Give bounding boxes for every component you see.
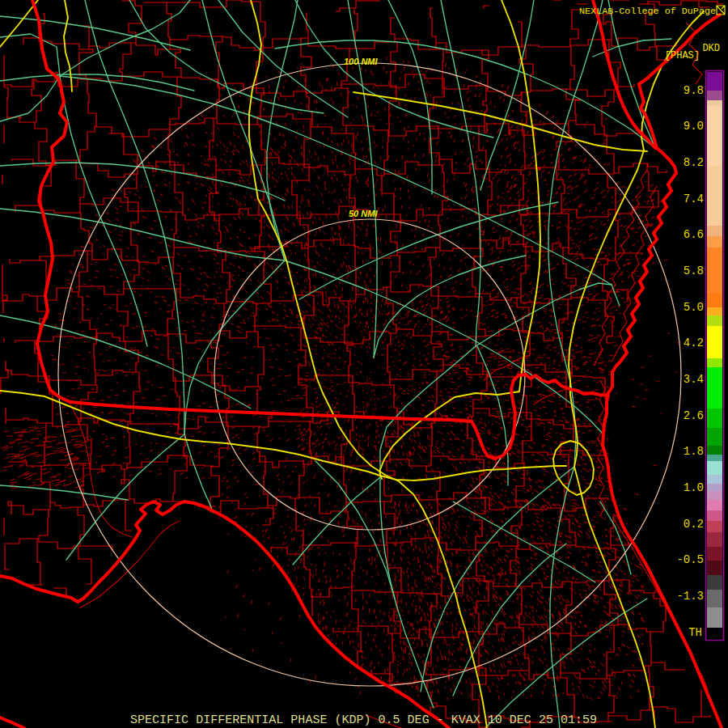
svg-text:2.6: 2.6 [684,409,704,422]
svg-text:DKD: DKD [702,43,720,54]
svg-text:1.8: 1.8 [684,445,704,458]
svg-text:-0.5: -0.5 [676,553,704,566]
svg-text:4.2: 4.2 [684,336,704,349]
svg-text:[PHAS]: [PHAS] [665,50,700,61]
svg-text:TH: TH [688,626,702,639]
svg-text:7.4: 7.4 [684,193,704,205]
svg-text:0.2: 0.2 [684,518,704,531]
svg-text:3.4: 3.4 [684,373,704,386]
svg-text:6.6: 6.6 [684,228,704,241]
svg-text:NEXLAB-College of DuPage: NEXLAB-College of DuPage [579,6,716,17]
svg-text:9.0: 9.0 [684,120,704,133]
svg-text:50 NMI: 50 NMI [349,209,378,218]
svg-text:1.0: 1.0 [684,481,704,494]
svg-text:100 NMI: 100 NMI [344,57,379,66]
svg-text:8.2: 8.2 [684,156,704,169]
svg-text:5.8: 5.8 [684,265,704,277]
svg-text:-1.3: -1.3 [676,590,704,603]
svg-text:9.8: 9.8 [684,84,704,97]
svg-text:SPECIFIC DIFFERENTIAL PHASE (K: SPECIFIC DIFFERENTIAL PHASE (KDP) 0.5 DE… [130,713,597,727]
svg-text:5.0: 5.0 [684,301,704,314]
